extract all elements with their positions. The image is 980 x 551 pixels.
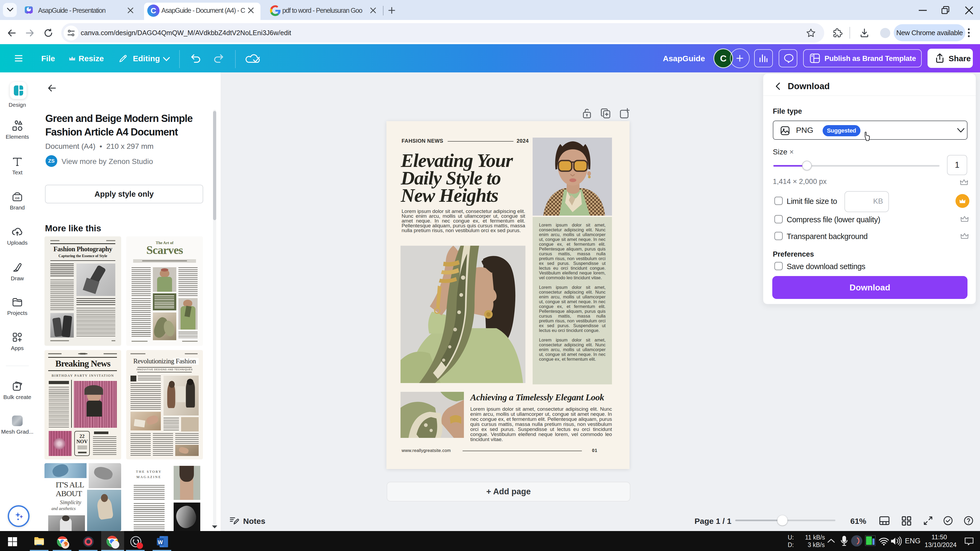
svg-text:W: W: [158, 539, 163, 545]
svg-text:C: C: [151, 6, 156, 15]
svg-text:co: co: [15, 196, 19, 200]
